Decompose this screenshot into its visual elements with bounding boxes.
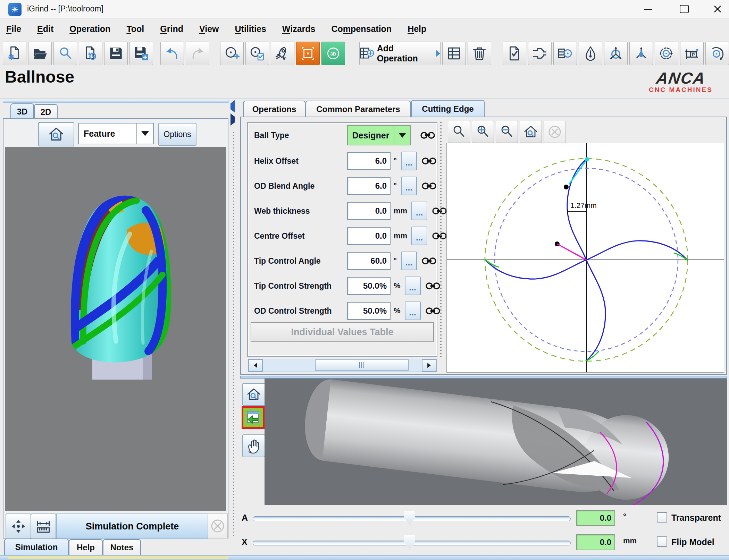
web-thickness-more-button[interactable]: ... — [411, 202, 427, 220]
add-operation-button[interactable]: Add Operation — [359, 42, 441, 65]
flip-model-checkbox[interactable] — [657, 536, 667, 547]
x-axis-value[interactable]: 0.0 — [576, 534, 615, 550]
tab-cutting-edge[interactable]: Cutting Edge — [411, 100, 485, 117]
menu-item-file[interactable]: File — [6, 24, 21, 34]
tab-3d[interactable]: 3D — [10, 103, 34, 119]
measure-button[interactable] — [31, 514, 56, 539]
menu-item-tool[interactable]: Tool — [126, 24, 144, 34]
tab-notes[interactable]: Notes — [103, 539, 141, 555]
tab-common-parameters[interactable]: Common Parameters — [305, 101, 411, 117]
od-blend-angle-input[interactable]: 6.0 — [347, 177, 391, 195]
minimize-button[interactable] — [638, 1, 658, 17]
return-to-view-button[interactable] — [242, 406, 265, 429]
axis-orientation-button[interactable] — [604, 42, 628, 65]
menu-item-help[interactable]: Help — [408, 24, 426, 34]
menu-item-edit[interactable]: Edit — [37, 24, 53, 34]
maximize-button[interactable] — [674, 1, 694, 17]
view-3d-button[interactable]: 3D — [321, 42, 345, 65]
scroll-thumb[interactable] — [315, 359, 409, 371]
tab-help[interactable]: Help — [69, 539, 103, 555]
tip-control-strength-more-button[interactable]: ... — [405, 277, 421, 295]
tool-profile-button[interactable] — [528, 42, 552, 65]
options-button[interactable]: Options — [158, 123, 196, 146]
a-axis-value[interactable]: 0.0 — [576, 510, 615, 526]
save-as-button[interactable] — [129, 42, 153, 65]
wheel-pack-button[interactable] — [553, 42, 577, 65]
simulate-button[interactable] — [271, 42, 294, 65]
link-icon[interactable] — [421, 156, 437, 166]
menu-item-utilities[interactable]: Utilities — [235, 24, 266, 34]
wheel-editor-button[interactable] — [220, 42, 244, 65]
ball-type-select[interactable]: Designer — [347, 125, 411, 145]
vertical-splitter-handle[interactable] — [233, 132, 234, 538]
tip-control-angle-more-button[interactable]: ... — [401, 252, 417, 270]
menu-item-view[interactable]: View — [199, 24, 219, 34]
model-3d-viewport[interactable] — [265, 379, 727, 505]
close-button[interactable] — [707, 1, 728, 17]
probe-button[interactable] — [629, 42, 653, 65]
tab-operations[interactable]: Operations — [243, 101, 305, 117]
open-file-button[interactable] — [28, 42, 52, 65]
view-home-button[interactable] — [38, 122, 74, 146]
wheel-rotation-button[interactable] — [655, 42, 678, 65]
search-button[interactable] — [53, 42, 77, 65]
link-icon[interactable] — [432, 231, 447, 240]
simulation-3d-viewport[interactable] — [5, 147, 226, 511]
od-control-strength-more-button[interactable]: ... — [405, 302, 421, 320]
link-icon[interactable] — [432, 206, 447, 215]
new-tool-button[interactable] — [3, 42, 26, 65]
tab-2d[interactable]: 2D — [34, 104, 58, 119]
cutting-edge-plot[interactable]: 1.27mm — [446, 143, 724, 373]
tab-simulation[interactable]: Simulation — [4, 538, 69, 555]
feature-select[interactable]: Feature — [78, 123, 154, 144]
pan-view-button[interactable] — [6, 514, 31, 539]
helix-offset-more-button[interactable]: ... — [401, 152, 417, 170]
tool-revision-button[interactable] — [79, 42, 102, 65]
scroll-left-button[interactable] — [248, 359, 263, 372]
plot-zoom-home-button[interactable] — [520, 121, 542, 143]
transparent-checkbox[interactable] — [657, 512, 667, 523]
verify-button[interactable] — [503, 42, 526, 65]
wheel-qualify-button[interactable] — [245, 42, 269, 65]
tip-control-angle-input[interactable]: 60.0 — [347, 252, 391, 270]
save-button[interactable] — [104, 42, 128, 65]
plot-zoom-button[interactable] — [448, 121, 470, 143]
link-icon[interactable] — [425, 281, 441, 290]
frame-2d-button[interactable] — [296, 42, 320, 65]
pan-hand-button[interactable] — [242, 434, 265, 457]
x-axis-slider-thumb[interactable] — [404, 535, 415, 549]
plot-zoom-out-button[interactable] — [496, 121, 518, 143]
menu-item-operation[interactable]: Operation — [69, 24, 110, 34]
link-icon[interactable] — [421, 256, 437, 265]
plot-zoom-in-button[interactable] — [472, 121, 494, 143]
scroll-right-button[interactable] — [422, 359, 436, 372]
undo-button[interactable] — [160, 42, 184, 65]
coolant-button[interactable] — [579, 42, 602, 65]
a-axis-slider-thumb[interactable] — [404, 511, 415, 525]
splitter-collapse-right[interactable] — [231, 117, 235, 123]
form-plot-splitter-handle[interactable] — [440, 122, 442, 357]
tab-notes-label: Notes — [110, 543, 134, 552]
splitter-collapse-left[interactable] — [231, 103, 235, 110]
link-icon[interactable] — [421, 181, 437, 190]
od-blend-angle-more-button[interactable]: ... — [401, 177, 417, 195]
link-icon[interactable] — [420, 131, 435, 140]
operation-list-button[interactable] — [442, 42, 466, 65]
wheel-dress-button[interactable] — [705, 42, 729, 65]
link-icon[interactable] — [425, 306, 441, 315]
operation-table-icon — [446, 45, 462, 61]
delete-button[interactable] — [468, 42, 491, 65]
scroll-track[interactable] — [263, 359, 422, 372]
position-priority-button[interactable]: P — [680, 42, 704, 65]
web-thickness-input[interactable]: 0.0 — [347, 202, 391, 220]
menu-item-compensation[interactable]: Compensation — [331, 24, 392, 34]
tip-control-strength-input[interactable]: 50.0% — [347, 277, 391, 295]
helix-offset-input[interactable]: 6.0 — [347, 152, 391, 170]
od-control-strength-input[interactable]: 50.0% — [347, 302, 391, 320]
model-home-button[interactable] — [242, 383, 265, 406]
centre-offset-input[interactable]: 0.0 — [347, 227, 391, 245]
menu-item-grind[interactable]: Grind — [160, 24, 183, 34]
centre-offset-more-button[interactable]: ... — [411, 227, 427, 245]
menu-item-wizards[interactable]: Wizards — [282, 24, 316, 34]
form-horizontal-scrollbar[interactable] — [248, 359, 437, 372]
